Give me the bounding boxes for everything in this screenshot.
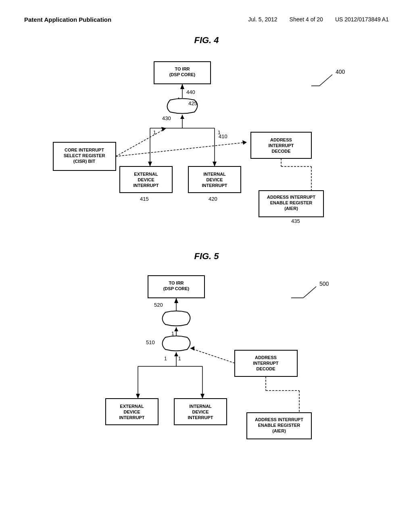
svg-text:CORE INTERRUPT: CORE INTERRUPT [65, 148, 104, 152]
fig4-title: FIG. 4 [24, 35, 389, 46]
svg-text:INTERRUPT: INTERRUPT [133, 183, 159, 188]
fig5-label: 500 [319, 281, 329, 287]
fig4-label: 400 [336, 69, 345, 75]
figure-4-section: FIG. 4 400 TO IRR (DSP CORE) 440 1 [24, 35, 389, 227]
svg-marker-23 [242, 140, 247, 145]
svg-text:(DSP CORE): (DSP CORE) [169, 72, 196, 77]
svg-text:EXTERNAL: EXTERNAL [120, 404, 144, 409]
svg-line-62 [190, 348, 235, 363]
svg-text:INTERNAL: INTERNAL [203, 172, 226, 177]
label-440: 440 [186, 89, 195, 95]
label-520: 520 [154, 302, 163, 308]
svg-text:ENABLE REGISTER: ENABLE REGISTER [270, 200, 313, 205]
fig5-diagram: 500 TO IRR (DSP CORE) 520 1 1 510 [45, 270, 368, 455]
svg-marker-47 [174, 327, 178, 331]
svg-line-39 [303, 287, 316, 298]
svg-text:INTERRUPT: INTERRUPT [119, 415, 145, 420]
svg-text:DECODE: DECODE [256, 366, 275, 371]
svg-text:(DSP CORE): (DSP CORE) [163, 286, 190, 291]
svg-text:(CISR) BIT: (CISR) BIT [73, 159, 96, 164]
or-gate-5-top [163, 311, 190, 326]
svg-text:ADDRESS: ADDRESS [255, 355, 277, 360]
svg-marker-55 [136, 394, 140, 399]
svg-text:DEVICE: DEVICE [124, 409, 140, 414]
label-430: 430 [162, 115, 171, 121]
svg-marker-58 [200, 394, 204, 399]
svg-line-20 [116, 128, 166, 156]
label-420: 420 [209, 196, 217, 202]
svg-text:TO IRR: TO IRR [175, 66, 190, 71]
svg-text:DEVICE: DEVICE [138, 177, 154, 182]
svg-text:INTERRUPT: INTERRUPT [253, 361, 279, 366]
svg-marker-15 [213, 162, 217, 166]
svg-text:ADDRESS INTERRUPT: ADDRESS INTERRUPT [267, 195, 315, 200]
svg-marker-50 [174, 352, 178, 356]
svg-marker-5 [180, 84, 184, 89]
svg-text:1: 1 [164, 356, 167, 362]
svg-text:ADDRESS INTERRUPT: ADDRESS INTERRUPT [255, 417, 303, 422]
svg-marker-8 [180, 115, 184, 119]
svg-text:DEVICE: DEVICE [192, 409, 209, 414]
label-415: 415 [140, 196, 149, 202]
svg-text:(AIER): (AIER) [284, 206, 298, 211]
svg-text:TO IRR: TO IRR [169, 281, 184, 285]
header-patent: US 2012/0173849 A1 [335, 16, 389, 23]
svg-line-0 [319, 75, 332, 86]
label-410: 410 [219, 133, 227, 139]
svg-text:INTERRUPT: INTERRUPT [269, 143, 294, 148]
figure-5-section: FIG. 5 500 TO IRR (DSP CORE) 520 1 1 [24, 251, 389, 455]
svg-marker-11 [148, 162, 152, 166]
svg-text:DEVICE: DEVICE [206, 177, 223, 182]
fig5-title: FIG. 5 [24, 251, 389, 262]
svg-text:DECODE: DECODE [271, 149, 290, 154]
or-gate-5-bottom [163, 336, 190, 351]
svg-text:ENABLE REGISTER: ENABLE REGISTER [258, 423, 300, 428]
svg-text:INTERNAL: INTERNAL [189, 404, 212, 409]
svg-text:1: 1 [178, 356, 181, 362]
svg-marker-63 [190, 346, 194, 351]
header-right: Jul. 5, 2012 Sheet 4 of 20 US 2012/01738… [248, 16, 389, 23]
label-435: 435 [291, 218, 300, 224]
svg-text:ADDRESS: ADDRESS [270, 137, 292, 142]
svg-text:INTERRUPT: INTERRUPT [188, 415, 213, 420]
fig4-diagram: 400 TO IRR (DSP CORE) 440 1 430 [45, 54, 368, 227]
label-510: 510 [146, 339, 155, 345]
svg-line-22 [116, 142, 247, 156]
page-header: Patent Application Publication Jul. 5, 2… [24, 16, 389, 23]
svg-text:SELECT REGISTER: SELECT REGISTER [64, 153, 105, 158]
svg-text:1: 1 [153, 130, 156, 135]
svg-text:INTERRUPT: INTERRUPT [202, 183, 227, 188]
label-425: 425 [188, 100, 197, 106]
publication-label: Patent Application Publication [24, 16, 111, 23]
svg-text:EXTERNAL: EXTERNAL [134, 172, 158, 177]
header-date: Jul. 5, 2012 [248, 16, 277, 23]
header-sheet: Sheet 4 of 20 [290, 16, 323, 23]
page: Patent Application Publication Jul. 5, 2… [0, 0, 413, 532]
svg-text:(AIER): (AIER) [272, 428, 286, 433]
svg-marker-44 [174, 298, 178, 303]
